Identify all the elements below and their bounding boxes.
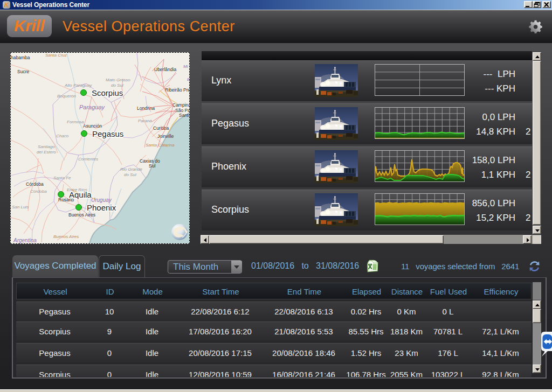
svg-text:del Estero: del Estero (37, 150, 57, 155)
svg-text:Paraná: Paraná (138, 118, 152, 123)
svg-text:Pegasus: Pegasus (92, 129, 123, 138)
svg-text:do Sul: do Sul (111, 83, 123, 88)
svg-text:Phoenix: Phoenix (87, 203, 116, 212)
svg-text:Rio Grande: Rio Grande (120, 167, 142, 172)
svg-text:Mi: Mi (183, 64, 188, 69)
svg-text:Buenos Aires: Buenos Aires (53, 234, 79, 239)
svg-text:Alto Paraguay: Alto Paraguay (64, 83, 92, 88)
svg-text:Santa Cruz: Santa Cruz (45, 53, 67, 58)
svg-text:Boquerón: Boquerón (57, 94, 76, 99)
svg-text:B: B (187, 77, 189, 82)
svg-text:Santos: Santos (179, 113, 189, 118)
svg-text:Londrina: Londrina (137, 106, 155, 111)
svg-text:San Luis: San Luis (12, 205, 29, 209)
svg-text:Buenos Aires: Buenos Aires (68, 212, 95, 218)
svg-text:Chaco: Chaco (56, 134, 69, 138)
svg-text:habamba: habamba (11, 55, 30, 60)
svg-text:Córdoba: Córdoba (30, 189, 47, 194)
svg-text:Argentina: Argentina (13, 237, 37, 243)
svg-text:Asunción: Asunción (83, 123, 102, 129)
svg-text:Sucre: Sucre (17, 69, 29, 74)
svg-text:Santiago: Santiago (38, 144, 55, 149)
svg-text:do Sul: do Sul (124, 172, 136, 177)
svg-text:Sul: Sul (149, 163, 155, 169)
svg-text:Paraguay: Paraguay (79, 104, 106, 110)
svg-text:Santa Fe: Santa Fe (53, 176, 71, 180)
svg-text:Scorpius: Scorpius (92, 88, 123, 97)
svg-text:Campinas: Campinas (172, 102, 189, 108)
svg-text:Uruguay: Uruguay (91, 197, 112, 203)
svg-text:Corrientes: Corrientes (78, 157, 98, 162)
svg-text:Joinville: Joinville (157, 134, 174, 139)
svg-text:Formosa: Formosa (67, 120, 84, 124)
svg-text:Ribeirão Preto: Ribeirão Preto (165, 87, 189, 93)
svg-text:Mato Grosso: Mato Grosso (106, 78, 130, 82)
svg-text:Aquila: Aquila (69, 190, 92, 199)
svg-text:Córdoba: Córdoba (26, 181, 44, 187)
svg-text:Santa Catarina: Santa Catarina (146, 143, 175, 148)
svg-text:Uberlândia: Uberlândia (154, 67, 176, 72)
